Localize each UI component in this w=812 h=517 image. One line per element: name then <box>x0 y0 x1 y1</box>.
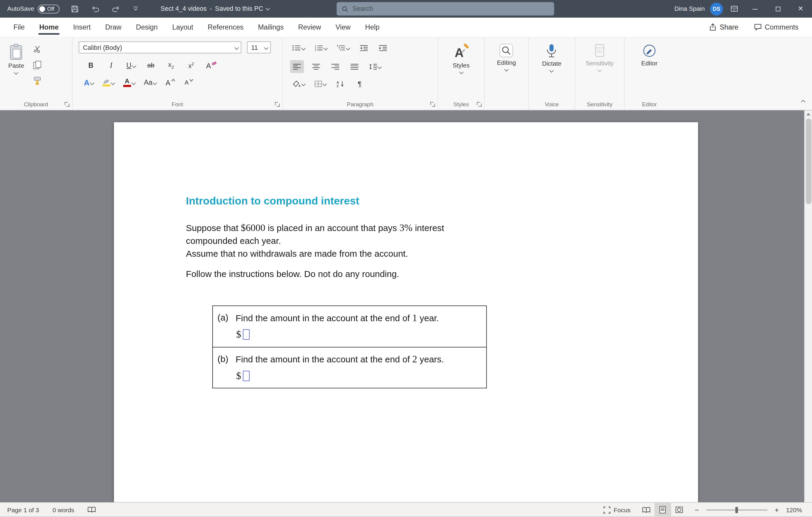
clear-formatting-button[interactable]: A <box>204 59 219 72</box>
tab-review[interactable]: Review <box>291 18 328 37</box>
zoom-slider-thumb[interactable] <box>735 507 738 513</box>
styles-dialog-launcher[interactable] <box>477 102 482 107</box>
show-formatting-marks-button[interactable]: ¶ <box>353 77 367 90</box>
document-title[interactable]: Sect 4_4 videos - Saved to this PC <box>161 5 269 12</box>
format-painter-button[interactable] <box>30 75 45 87</box>
tab-help[interactable]: Help <box>358 18 387 37</box>
underline-button[interactable]: U <box>124 59 138 72</box>
share-button[interactable]: Share <box>704 21 744 33</box>
math-amount: $6000 <box>241 222 265 233</box>
editor-button[interactable]: Editor <box>636 41 663 98</box>
save-button[interactable] <box>71 5 79 12</box>
autosave-control[interactable]: AutoSave Off <box>7 4 59 13</box>
scroll-up-arrow-icon[interactable] <box>806 113 811 116</box>
subscript-button[interactable]: x2 <box>164 59 178 72</box>
shrink-font-label: A <box>184 80 188 86</box>
styles-button[interactable]: A Styles <box>447 41 475 98</box>
user-name[interactable]: Dina Spain <box>674 5 705 12</box>
grow-font-button[interactable]: A <box>163 76 177 89</box>
shading-button[interactable] <box>290 77 307 90</box>
collapse-ribbon-button[interactable] <box>802 96 805 106</box>
autosave-toggle[interactable]: Off <box>38 4 60 13</box>
search-box[interactable] <box>337 2 554 16</box>
cut-button[interactable] <box>30 42 45 55</box>
superscript-button[interactable]: x2 <box>184 59 198 72</box>
text-effects-button[interactable]: A <box>82 76 96 89</box>
minimize-button[interactable]: ─ <box>744 0 766 18</box>
text-highlight-button[interactable] <box>100 76 116 89</box>
numbering-button[interactable]: 123 <box>312 41 329 54</box>
tab-draw[interactable]: Draw <box>98 18 129 37</box>
increase-indent-button[interactable] <box>376 41 390 54</box>
customize-quick-access-button[interactable] <box>133 6 139 11</box>
close-button[interactable]: × <box>789 0 812 18</box>
zoom-in-button[interactable]: + <box>775 506 779 514</box>
line-spacing-button[interactable] <box>367 60 383 73</box>
paragraph-dialog-launcher[interactable] <box>431 102 435 107</box>
eraser-icon <box>212 61 217 66</box>
document-page[interactable]: Introduction to compound interest Suppos… <box>114 122 698 502</box>
bullets-button[interactable] <box>290 41 307 54</box>
borders-button[interactable] <box>312 77 328 90</box>
justify-button[interactable] <box>347 60 361 73</box>
text-effects-label: A <box>84 79 90 87</box>
focus-button[interactable]: Focus <box>603 506 631 513</box>
paste-button[interactable]: Paste <box>3 41 29 98</box>
tab-mailings[interactable]: Mailings <box>251 18 291 37</box>
zoom-out-button[interactable]: − <box>695 506 699 514</box>
zoom-slider[interactable] <box>706 503 767 517</box>
font-size-combobox[interactable]: 11 <box>247 41 271 53</box>
comments-button[interactable]: Comments <box>749 21 804 33</box>
align-left-button[interactable] <box>290 60 304 73</box>
ribbon-display-options-icon <box>730 5 738 13</box>
ribbon-display-options-button[interactable] <box>730 5 738 13</box>
strikethrough-button[interactable]: ab <box>144 59 158 72</box>
change-case-button[interactable]: Aa <box>142 76 158 89</box>
line-spacing-chevron-icon <box>377 64 382 69</box>
zoom-level-button[interactable]: 120% <box>786 506 805 513</box>
shading-chevron-icon <box>301 82 306 86</box>
align-center-button[interactable] <box>309 60 323 73</box>
table-row-b: (b) Find the amount in the account at th… <box>213 347 486 388</box>
print-layout-button[interactable] <box>655 503 671 517</box>
read-mode-button[interactable] <box>638 503 655 517</box>
tab-view[interactable]: View <box>328 18 358 37</box>
tab-insert[interactable]: Insert <box>66 18 98 37</box>
scrollbar-thumb[interactable] <box>806 118 811 204</box>
word-count[interactable]: 0 words <box>53 506 74 513</box>
undo-button <box>91 5 99 12</box>
tab-layout[interactable]: Layout <box>165 18 201 37</box>
web-layout-button[interactable] <box>671 503 688 517</box>
tab-design[interactable]: Design <box>129 18 165 37</box>
shrink-font-button[interactable]: A <box>182 76 196 89</box>
multilevel-list-button[interactable] <box>335 41 352 54</box>
bold-button[interactable]: B <box>84 59 98 72</box>
decrease-indent-button[interactable] <box>357 41 371 54</box>
underline-label: U <box>126 62 132 69</box>
align-right-button[interactable] <box>328 60 342 73</box>
answer-box-b[interactable] <box>243 370 250 381</box>
font-name-combobox[interactable]: Calibri (Body) <box>79 41 241 53</box>
maximize-button[interactable] <box>766 0 789 18</box>
copy-button[interactable] <box>30 58 45 71</box>
italic-label: I <box>110 62 112 69</box>
proofing-status-button[interactable] <box>88 507 96 513</box>
align-right-icon <box>331 63 340 70</box>
editing-button[interactable]: Editing <box>492 41 521 98</box>
tab-home[interactable]: Home <box>32 18 66 37</box>
tab-references[interactable]: References <box>201 18 251 37</box>
page-indicator[interactable]: Page 1 of 3 <box>7 506 39 513</box>
sort-button[interactable]: AZ <box>334 77 347 90</box>
vertical-scrollbar[interactable] <box>804 110 812 502</box>
italic-button[interactable]: I <box>104 59 118 72</box>
answer-box-a[interactable] <box>243 329 250 339</box>
avatar[interactable]: DS <box>710 2 723 15</box>
font-color-button[interactable]: A <box>121 76 137 89</box>
strikethrough-label: ab <box>147 62 154 69</box>
search-input[interactable] <box>353 5 549 12</box>
scissors-icon <box>33 45 41 53</box>
clipboard-dialog-launcher[interactable] <box>65 102 69 107</box>
font-dialog-launcher[interactable] <box>275 102 280 107</box>
dictate-button[interactable]: Dictate <box>537 41 567 98</box>
tab-file[interactable]: File <box>6 18 32 37</box>
